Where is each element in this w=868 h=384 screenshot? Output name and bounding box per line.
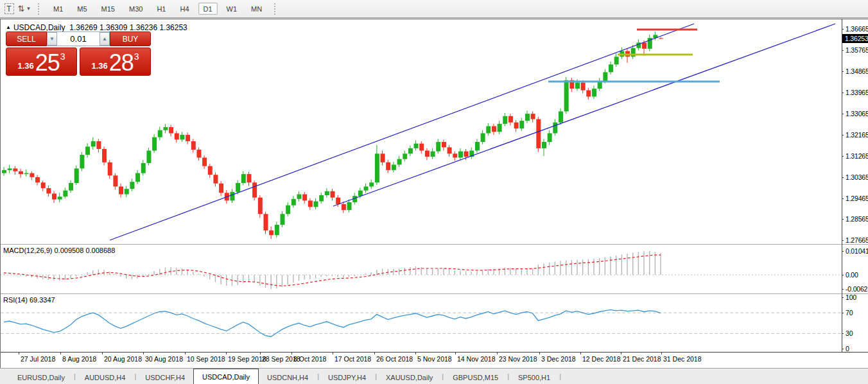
macd-signal-line [4, 255, 661, 286]
one-click-trading-panel: SELL ▼ 0.01 ▲ BUY 1.36 25 3 1.36 28 3 [6, 31, 151, 76]
volume-increase-button[interactable]: ▲ [100, 32, 110, 46]
bull-candle [414, 144, 419, 148]
price-scale[interactable]: 1.366651.357651.348651.339651.330651.321… [842, 19, 868, 352]
trendline-channel [333, 24, 835, 206]
bear-candle [196, 150, 201, 157]
bull-candle [431, 152, 435, 157]
volume-decrease-button[interactable]: ▼ [47, 32, 57, 46]
timeframe-button-w1[interactable]: W1 [221, 3, 243, 15]
bear-candle [119, 186, 123, 194]
time-axis-label: 8 Aug 2018 [62, 355, 96, 363]
bull-candle [553, 123, 557, 134]
trendline-channel [110, 24, 694, 240]
time-axis-tick [102, 353, 103, 354]
timeframe-button-m30[interactable]: M30 [124, 3, 148, 15]
bear-candle [642, 42, 647, 49]
bull-candle [325, 191, 329, 195]
chart-tab-usdcad[interactable]: USDCAD,Daily [193, 369, 259, 384]
chart-tab-audusd[interactable]: AUDUSD,H4 [76, 371, 134, 384]
bear-candle [302, 195, 307, 201]
ask-quote-button[interactable]: 1.36 28 3 [80, 48, 151, 76]
timeframe-button-m5[interactable]: M5 [72, 3, 92, 15]
bull-candle [542, 142, 546, 148]
time-axis-label: 21 Dec 2018 [623, 355, 661, 363]
bull-candle [74, 168, 79, 183]
price-axis-label: 1.36665 [846, 25, 868, 33]
bear-candle [381, 153, 385, 162]
chart-tab-usdchf[interactable]: USDCHF,H4 [137, 371, 193, 384]
chart-ohlc-values: 1.36269 1.36309 1.36236 1.36253 [69, 23, 187, 32]
bear-candle [386, 162, 390, 170]
timeframe-button-h1[interactable]: H1 [152, 3, 171, 15]
bear-candle [442, 142, 446, 147]
bull-candle [498, 124, 502, 132]
rsi-line [4, 310, 661, 336]
bear-candle [514, 123, 519, 129]
scale-tick [842, 251, 844, 252]
ask-pip-sup: 3 [134, 51, 139, 62]
sell-button[interactable]: SELL [6, 31, 47, 46]
time-axis-label: 23 Nov 2018 [499, 355, 537, 363]
bull-candle [125, 189, 129, 194]
timeframe-button-m1[interactable]: M1 [48, 3, 68, 15]
bull-candle [475, 142, 480, 151]
macd-indicator-pane[interactable]: MACD(12,26,9) 0.009508 0.008688 [1, 245, 842, 293]
bull-candle [286, 205, 290, 214]
bull-candle [2, 170, 6, 173]
bid-quote-button[interactable]: 1.36 25 3 [6, 48, 77, 76]
bull-candle [158, 130, 162, 137]
time-axis[interactable]: 27 Jul 20188 Aug 201820 Aug 201830 Aug 2… [1, 353, 868, 369]
bear-candle [102, 149, 107, 162]
chart-tab-eurusd[interactable]: EURUSD,Daily [9, 371, 73, 384]
bear-candle [531, 114, 535, 119]
scale-tick [842, 240, 844, 241]
time-axis-label: 30 Aug 2018 [145, 355, 183, 363]
bull-candle [146, 151, 151, 163]
text-tool-button[interactable]: T [2, 3, 16, 15]
rsi-indicator-pane[interactable]: RSI(14) 69.3347 [1, 295, 842, 352]
scale-tick [842, 198, 844, 199]
timeframe-button-m15[interactable]: M15 [96, 3, 120, 15]
chart-tab-xauusd[interactable]: XAUUSD,Daily [378, 371, 441, 384]
rsi-label: RSI(14) 69.3347 [3, 296, 55, 304]
price-chart-pane[interactable]: ▲USDCAD,Daily 1.36269 1.36309 1.36236 1.… [1, 20, 842, 244]
time-axis-label: 8 Oct 2018 [293, 355, 326, 363]
bull-candle [241, 174, 246, 183]
macd-axis-label: 0.010412 [846, 247, 868, 255]
bear-candle [492, 127, 496, 132]
chart-tab-gbpusd[interactable]: GBPUSD,M15 [444, 371, 507, 384]
time-axis-tick [539, 353, 540, 354]
scale-tick [842, 135, 844, 135]
bull-candle [369, 182, 374, 186]
chart-tab-sp500[interactable]: SP500,H1 [510, 371, 559, 384]
timeframe-button-mn[interactable]: MN [246, 3, 267, 15]
chart-tab-usdjpy[interactable]: USDJPY,H4 [320, 371, 374, 384]
bull-candle [436, 142, 440, 152]
chart-workspace: ▲USDCAD,Daily 1.36269 1.36309 1.36236 1.… [0, 19, 868, 368]
bull-candle [58, 196, 62, 199]
volume-input[interactable]: 0.01 [57, 32, 100, 46]
bull-candle [85, 146, 90, 155]
bear-candle [108, 162, 112, 175]
time-axis-label: 3 Dec 2018 [541, 355, 576, 363]
timeframe-button-d1[interactable]: D1 [198, 3, 218, 15]
bull-candle [603, 72, 607, 81]
bull-candle [319, 195, 324, 202]
one-click-toggle-icon[interactable]: ▲ [6, 24, 11, 30]
bull-candle [614, 57, 619, 64]
time-axis-tick [661, 353, 662, 354]
time-axis-tick [260, 353, 261, 354]
bear-candle [96, 141, 101, 149]
chart-tab-usdcnh[interactable]: USDCNH,H4 [259, 371, 317, 384]
bear-candle [252, 182, 257, 197]
bull-candle [503, 116, 507, 124]
bull-candle [559, 111, 563, 122]
buy-button[interactable]: BUY [110, 31, 151, 46]
arrows-tool-button[interactable]: ⇅ ▼ [17, 3, 31, 15]
timeframe-button-h4[interactable]: H4 [175, 3, 194, 15]
bull-candle [347, 202, 352, 210]
bull-candle [609, 64, 613, 72]
time-axis-tick [185, 353, 186, 354]
bear-candle [586, 91, 591, 97]
scale-tick [842, 50, 844, 51]
